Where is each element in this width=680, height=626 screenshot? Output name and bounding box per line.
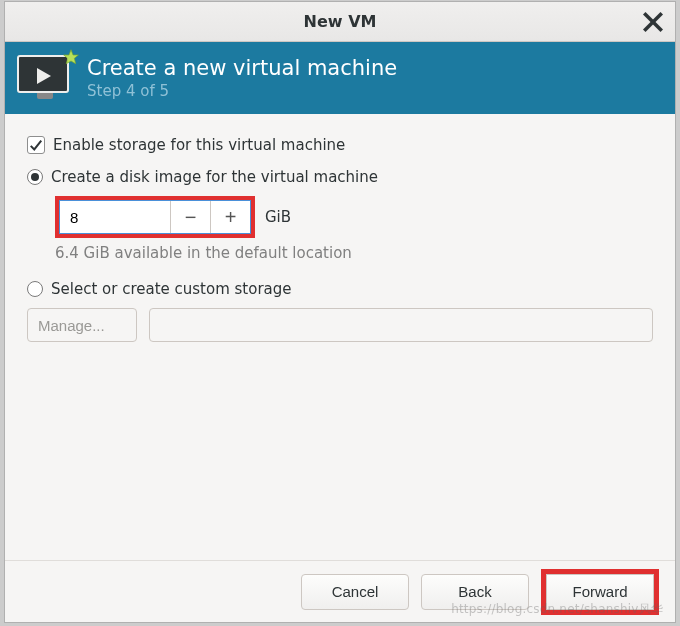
available-space-hint: 6.4 GiB available in the default locatio…	[55, 244, 653, 262]
wizard-content: Enable storage for this virtual machine …	[5, 114, 675, 560]
custom-storage-label: Select or create custom storage	[51, 280, 292, 298]
checkmark-icon	[29, 138, 43, 152]
dialog-window: New VM Create a new virtual machine Step…	[4, 1, 676, 623]
create-disk-radio[interactable]	[27, 169, 43, 185]
disk-size-row: − + GiB	[55, 196, 653, 238]
cancel-button[interactable]: Cancel	[301, 574, 409, 610]
create-disk-label: Create a disk image for the virtual mach…	[51, 168, 378, 186]
forward-highlight: Forward	[541, 569, 659, 615]
custom-storage-path-input[interactable]	[149, 308, 653, 342]
enable-storage-row[interactable]: Enable storage for this virtual machine	[27, 136, 653, 154]
wizard-step: Step 4 of 5	[87, 82, 397, 100]
custom-storage-controls: Manage...	[27, 308, 653, 342]
disk-size-spinbutton: − +	[59, 200, 251, 234]
disk-size-unit: GiB	[265, 208, 291, 226]
close-icon	[639, 8, 667, 36]
disk-size-highlight: − +	[55, 196, 255, 238]
svg-marker-2	[64, 50, 79, 64]
window-title: New VM	[304, 12, 377, 31]
disk-size-decrement[interactable]: −	[170, 201, 210, 233]
custom-storage-radio[interactable]	[27, 281, 43, 297]
enable-storage-label: Enable storage for this virtual machine	[53, 136, 345, 154]
wizard-footer: Cancel Back Forward	[5, 560, 675, 622]
forward-button[interactable]: Forward	[546, 574, 654, 610]
vm-monitor-icon	[17, 55, 73, 101]
minus-icon: −	[185, 206, 197, 228]
manage-storage-button[interactable]: Manage...	[27, 308, 137, 342]
wizard-header: Create a new virtual machine Step 4 of 5	[5, 42, 675, 114]
wizard-heading: Create a new virtual machine	[87, 56, 397, 80]
back-button[interactable]: Back	[421, 574, 529, 610]
wizard-header-text: Create a new virtual machine Step 4 of 5	[87, 56, 397, 100]
custom-storage-row[interactable]: Select or create custom storage	[27, 280, 653, 298]
close-button[interactable]	[639, 8, 667, 36]
new-star-icon	[63, 49, 79, 65]
titlebar: New VM	[5, 2, 675, 42]
create-disk-row[interactable]: Create a disk image for the virtual mach…	[27, 168, 653, 186]
enable-storage-checkbox[interactable]	[27, 136, 45, 154]
disk-size-input[interactable]	[60, 201, 170, 233]
disk-size-increment[interactable]: +	[210, 201, 250, 233]
plus-icon: +	[225, 206, 237, 228]
